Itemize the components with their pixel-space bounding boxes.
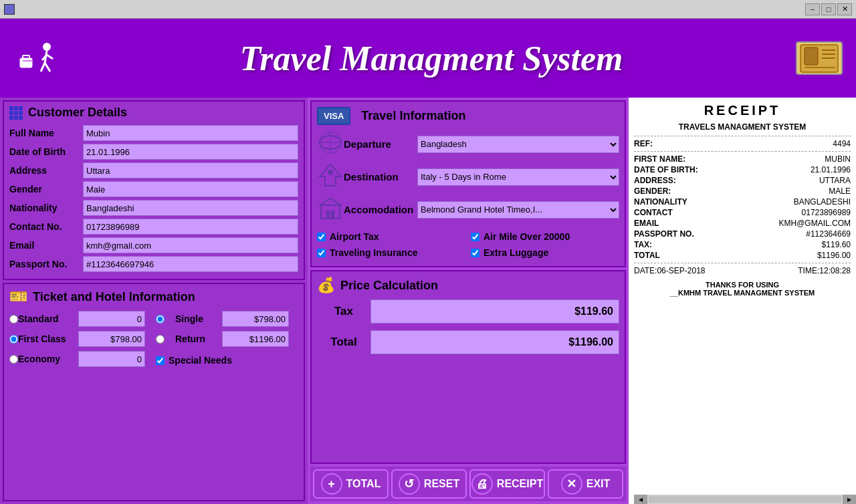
- svg-point-20: [328, 170, 333, 175]
- special-needs-label: Special Needs: [169, 355, 232, 366]
- standard-input[interactable]: [78, 311, 145, 327]
- dob-receipt-row: DATE OF BIRTH: 21.01.1996: [634, 165, 851, 174]
- total-receipt-row: TOTAL $1196.00: [634, 251, 851, 260]
- address-receipt-row: ADDRESS: UTTARA: [634, 176, 851, 185]
- total-button-label: TOTAL: [346, 478, 381, 490]
- exit-button[interactable]: ✕ EXIT: [548, 469, 623, 499]
- extras-area: Airport Tax Air Mile Over 20000 Travelin…: [317, 229, 619, 261]
- airport-tax-item: Airport Tax: [317, 231, 465, 242]
- airport-tax-checkbox[interactable]: [317, 233, 326, 241]
- destination-icon: [317, 163, 344, 191]
- gender-input[interactable]: [83, 181, 298, 197]
- receipt-divider-3: [634, 263, 851, 263]
- ref-value: 4494: [833, 139, 851, 148]
- close-button[interactable]: ✕: [837, 3, 852, 15]
- passport-input[interactable]: [83, 256, 298, 272]
- tax-receipt-row: TAX: $119.60: [634, 240, 851, 249]
- standard-radio[interactable]: [9, 315, 18, 324]
- svg-rect-21: [321, 205, 340, 219]
- header: Travel Managment System: [0, 19, 856, 98]
- departure-select[interactable]: Bangladesh: [417, 136, 619, 153]
- passport-row: Passport No.: [9, 256, 298, 272]
- email-input[interactable]: [83, 237, 298, 253]
- nationality-row: Nationality: [9, 200, 298, 216]
- standard-row: Standard Single: [9, 311, 298, 327]
- price-panel-header: 💰 Price Calculation: [317, 277, 619, 294]
- insurance-checkbox[interactable]: [317, 249, 326, 257]
- logo-area: [13, 31, 67, 85]
- price-icon: 💰: [317, 277, 335, 294]
- departure-icon: [317, 130, 344, 158]
- full-name-row: Full Name: [9, 125, 298, 141]
- total-button[interactable]: + TOTAL: [313, 469, 389, 499]
- economy-radio[interactable]: [9, 355, 18, 364]
- gender-label: Gender: [9, 184, 83, 195]
- email-receipt-row: EMAIL KMH@GMAIL.COM: [634, 219, 851, 228]
- left-section: Customer Details Full Name Date of Birth…: [0, 98, 308, 504]
- accommodation-select[interactable]: Belmond Grand Hotel Timeo,I...: [417, 201, 619, 219]
- return-radio[interactable]: [156, 335, 165, 344]
- full-name-input[interactable]: [83, 125, 298, 141]
- nationality-input[interactable]: [83, 200, 298, 216]
- single-radio[interactable]: [156, 315, 165, 324]
- first-class-radio[interactable]: [9, 335, 18, 344]
- travel-panel-header: VISA Travel Information: [317, 107, 619, 125]
- reset-button[interactable]: ↺ RESET: [391, 469, 467, 499]
- receipt-button[interactable]: 🖨 RECEIPT: [469, 469, 545, 499]
- gender-row: Gender: [9, 181, 298, 197]
- destination-select[interactable]: Italy - 5 Days in Rome: [417, 168, 619, 186]
- price-panel-title: Price Calculation: [340, 279, 438, 293]
- single-input[interactable]: [222, 311, 289, 327]
- action-buttons: + TOTAL ↺ RESET 🖨 RECEIPT ✕ EXIT: [310, 467, 626, 501]
- special-needs-checkbox[interactable]: [156, 356, 165, 365]
- total-value: $1196.00: [370, 330, 619, 354]
- departure-label: Departure: [344, 138, 417, 150]
- ticket-hotel-panel: 🎫 Ticket and Hotel Information Standard …: [3, 283, 305, 501]
- datetime-receipt-row: DATE:06-SEP-2018 TIME:12:08:28: [634, 266, 851, 275]
- scroll-right-btn[interactable]: ▶: [843, 495, 856, 504]
- receipt-button-label: RECEIPT: [497, 478, 543, 490]
- address-label: Address: [9, 165, 83, 176]
- passport-icon: [796, 41, 843, 75]
- travel-info-panel: VISA Travel Information Departure Bangla…: [310, 100, 626, 267]
- contact-row: Contact No.: [9, 219, 298, 235]
- svg-rect-0: [20, 58, 32, 68]
- receipt-passport-value: #112364669: [806, 229, 851, 239]
- visa-badge: VISA: [317, 107, 350, 125]
- titlebar: − □ ✕: [0, 0, 856, 19]
- receipt-scrollbar[interactable]: ◀ ▶: [634, 495, 856, 504]
- maximize-button[interactable]: □: [821, 3, 836, 15]
- email-label: Email: [9, 240, 83, 251]
- receipt-divider-2: [634, 151, 851, 152]
- svg-line-8: [47, 55, 53, 59]
- luggage-checkbox[interactable]: [471, 249, 479, 257]
- economy-input[interactable]: [78, 351, 145, 367]
- reset-button-label: RESET: [424, 478, 459, 490]
- passport-svg: [799, 43, 839, 74]
- first-class-input[interactable]: [78, 331, 145, 347]
- dob-input[interactable]: [83, 144, 298, 160]
- air-mile-checkbox[interactable]: [471, 233, 479, 241]
- receipt-nationality-value: BANGLADESHI: [794, 197, 851, 207]
- gender-receipt-row: GENDER: MALE: [634, 186, 851, 196]
- return-input[interactable]: [222, 331, 289, 347]
- receipt-time: TIME:12:08:28: [798, 266, 851, 275]
- accommodation-label: Accomodation: [344, 204, 417, 215]
- minimize-button[interactable]: −: [805, 3, 820, 15]
- customer-details-panel: Customer Details Full Name Date of Birth…: [3, 100, 305, 280]
- reset-icon: ↺: [399, 473, 420, 495]
- tax-row: Tax $119.60: [317, 299, 619, 324]
- first-class-label: First Class: [18, 334, 78, 344]
- contact-label: Contact No.: [9, 221, 83, 232]
- receipt-company: TRAVELS MANAGMENT SYSTEM: [634, 122, 851, 132]
- receipt-contact-label: CONTACT: [634, 208, 673, 217]
- contact-input[interactable]: [83, 219, 298, 235]
- contact-receipt-row: CONTACT 01723896989: [634, 208, 851, 217]
- thanks-line-2: __KMHM TRAVEL MANAGMENT SYSTEM: [634, 289, 851, 297]
- scroll-left-btn[interactable]: ◀: [634, 495, 647, 504]
- address-input[interactable]: [83, 162, 298, 178]
- destination-label: Destination: [344, 171, 417, 182]
- receipt-gender-value: MALE: [829, 186, 851, 196]
- middle-section: VISA Travel Information Departure Bangla…: [308, 98, 629, 504]
- receipt-name-value: MUBIN: [825, 154, 851, 164]
